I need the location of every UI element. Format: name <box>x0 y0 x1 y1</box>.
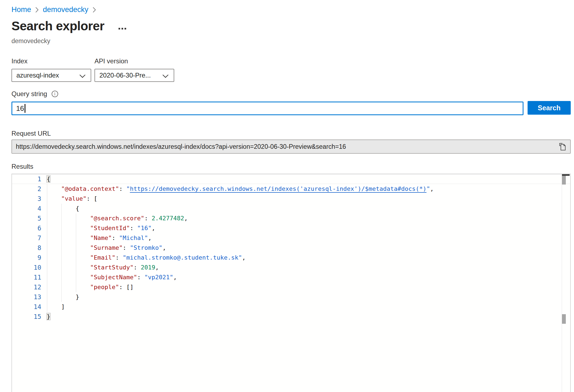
line-number: 1 <box>12 174 47 184</box>
query-string-value: 16 <box>16 104 24 113</box>
code-line: 5"@search.score": 2.4277482, <box>12 213 570 223</box>
code-content: "@search.score": 2.4277482, <box>47 213 188 223</box>
editor-scrollbar[interactable] <box>562 174 570 392</box>
page-title: Search explorer <box>11 19 104 33</box>
line-number: 10 <box>12 263 47 272</box>
line-number: 2 <box>12 184 47 194</box>
code-content: } <box>47 292 79 302</box>
index-select[interactable]: azuresql-index <box>11 69 91 82</box>
code-content: { <box>47 174 50 184</box>
results-json-editor[interactable]: 1{2"@odata.context": "https://demovedeck… <box>11 174 571 392</box>
line-number: 14 <box>12 302 47 312</box>
text-cursor <box>25 104 25 113</box>
chevron-right-icon <box>35 7 39 13</box>
code-content: "people": [] <box>47 282 134 292</box>
code-content: "SubjectName": "vp2021", <box>47 272 177 282</box>
code-line: 6"StudentId": "16", <box>12 223 570 233</box>
index-select-value: azuresql-index <box>16 72 59 79</box>
info-icon[interactable]: i <box>52 91 58 97</box>
line-number: 13 <box>12 292 47 302</box>
line-number: 15 <box>12 312 47 322</box>
api-version-select-value: 2020-06-30-Pre... <box>99 72 151 79</box>
results-code-lines: 1{2"@odata.context": "https://demovedeck… <box>12 174 570 322</box>
ellipsis-icon[interactable] <box>117 27 127 31</box>
code-content: "StartStudy": 2019, <box>47 263 159 272</box>
line-number: 11 <box>12 272 47 282</box>
copy-icon[interactable] <box>558 142 567 152</box>
code-content: "value": [ <box>47 194 97 204</box>
code-content: "Surname": "Stromko", <box>47 243 166 253</box>
line-number: 5 <box>12 213 47 223</box>
request-url-label: Request URL <box>11 130 51 137</box>
code-line: 3"value": [ <box>12 194 570 204</box>
code-line: 2"@odata.context": "https://demovedecky.… <box>12 184 570 194</box>
scrollbar-bracket-marker <box>562 176 566 185</box>
code-line: 8"Surname": "Stromko", <box>12 243 570 253</box>
indent-guide <box>76 213 76 292</box>
breadcrumb-home-link[interactable]: Home <box>11 5 31 14</box>
code-content: "Email": "michal.stromko@.student.tuke.s… <box>47 253 246 263</box>
request-url-value: https://demovedecky.search.windows.net/i… <box>16 143 346 150</box>
code-line: 1{ <box>12 174 570 184</box>
api-version-label: API version <box>94 57 128 65</box>
code-content: ] <box>47 302 65 312</box>
line-number: 8 <box>12 243 47 253</box>
code-line: 11"SubjectName": "vp2021", <box>12 272 570 282</box>
code-content: } <box>47 312 50 322</box>
results-label: Results <box>11 163 33 170</box>
line-number: 9 <box>12 253 47 263</box>
query-string-input[interactable]: 16 <box>11 102 523 115</box>
search-explorer-blade: Home demovedecky Search explorer demoved… <box>0 0 574 392</box>
chevron-down-icon <box>79 72 86 80</box>
code-content: { <box>47 204 79 213</box>
code-line: 14] <box>12 302 570 312</box>
code-line: 7"Name": "Michal", <box>12 233 570 243</box>
line-number: 4 <box>12 204 47 213</box>
code-line: 10"StartStudy": 2019, <box>12 263 570 272</box>
breadcrumb-service-link[interactable]: demovedecky <box>43 5 88 14</box>
code-content: "Name": "Michal", <box>47 233 152 243</box>
line-number: 7 <box>12 233 47 243</box>
page-subtitle: demovedecky <box>11 37 50 45</box>
search-button[interactable]: Search <box>528 101 571 115</box>
scrollbar-bracket-marker <box>562 314 566 324</box>
code-line: 13} <box>12 292 570 302</box>
code-content: "StudentId": "16", <box>47 223 155 233</box>
request-url-field: https://demovedecky.search.windows.net/i… <box>11 139 571 154</box>
code-line: 4{ <box>12 204 570 213</box>
index-label: Index <box>11 57 28 65</box>
line-number: 12 <box>12 282 47 292</box>
query-string-label: Query string <box>11 90 47 98</box>
line-number: 3 <box>12 194 47 204</box>
code-line: 9"Email": "michal.stromko@.student.tuke.… <box>12 253 570 263</box>
indent-guide <box>61 204 62 302</box>
indent-guide <box>47 184 47 312</box>
chevron-right-icon <box>93 7 96 13</box>
chevron-down-icon <box>162 72 169 80</box>
api-version-select[interactable]: 2020-06-30-Pre... <box>94 69 174 82</box>
code-line: 12"people": [] <box>12 282 570 292</box>
code-content: "@odata.context": "https://demovedecky.s… <box>47 184 434 194</box>
breadcrumb: Home demovedecky <box>11 5 96 14</box>
code-line: 15} <box>12 312 570 322</box>
line-number: 6 <box>12 223 47 233</box>
